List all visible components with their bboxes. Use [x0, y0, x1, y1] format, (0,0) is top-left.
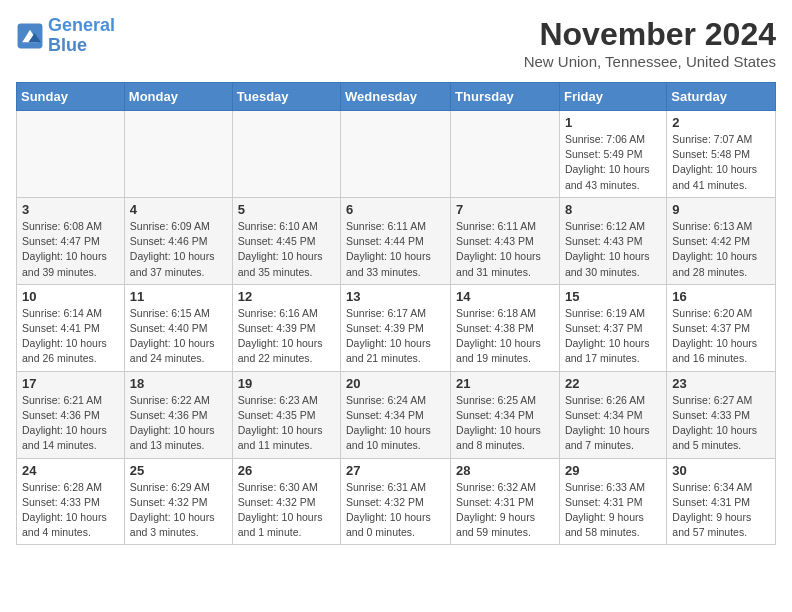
day-number: 30: [672, 463, 770, 478]
day-number: 28: [456, 463, 554, 478]
day-info: Sunrise: 6:24 AMSunset: 4:34 PMDaylight:…: [346, 393, 445, 454]
calendar-row: 10Sunrise: 6:14 AMSunset: 4:41 PMDayligh…: [17, 284, 776, 371]
logo-text: General Blue: [48, 16, 115, 56]
day-info: Sunrise: 7:06 AMSunset: 5:49 PMDaylight:…: [565, 132, 661, 193]
table-row: 7Sunrise: 6:11 AMSunset: 4:43 PMDaylight…: [451, 197, 560, 284]
table-row: 28Sunrise: 6:32 AMSunset: 4:31 PMDayligh…: [451, 458, 560, 545]
day-number: 18: [130, 376, 227, 391]
day-number: 21: [456, 376, 554, 391]
day-number: 25: [130, 463, 227, 478]
day-info: Sunrise: 6:17 AMSunset: 4:39 PMDaylight:…: [346, 306, 445, 367]
logo-icon: [16, 22, 44, 50]
day-info: Sunrise: 6:16 AMSunset: 4:39 PMDaylight:…: [238, 306, 335, 367]
table-row: 15Sunrise: 6:19 AMSunset: 4:37 PMDayligh…: [559, 284, 666, 371]
table-row: 22Sunrise: 6:26 AMSunset: 4:34 PMDayligh…: [559, 371, 666, 458]
col-friday: Friday: [559, 83, 666, 111]
day-info: Sunrise: 6:10 AMSunset: 4:45 PMDaylight:…: [238, 219, 335, 280]
day-number: 13: [346, 289, 445, 304]
day-number: 9: [672, 202, 770, 217]
day-info: Sunrise: 6:09 AMSunset: 4:46 PMDaylight:…: [130, 219, 227, 280]
calendar-row: 17Sunrise: 6:21 AMSunset: 4:36 PMDayligh…: [17, 371, 776, 458]
table-row: 12Sunrise: 6:16 AMSunset: 4:39 PMDayligh…: [232, 284, 340, 371]
col-wednesday: Wednesday: [341, 83, 451, 111]
page-header: General Blue November 2024 New Union, Te…: [16, 16, 776, 70]
table-row: 23Sunrise: 6:27 AMSunset: 4:33 PMDayligh…: [667, 371, 776, 458]
table-row: 29Sunrise: 6:33 AMSunset: 4:31 PMDayligh…: [559, 458, 666, 545]
day-number: 11: [130, 289, 227, 304]
day-info: Sunrise: 6:12 AMSunset: 4:43 PMDaylight:…: [565, 219, 661, 280]
table-row: 10Sunrise: 6:14 AMSunset: 4:41 PMDayligh…: [17, 284, 125, 371]
day-number: 29: [565, 463, 661, 478]
day-number: 16: [672, 289, 770, 304]
col-thursday: Thursday: [451, 83, 560, 111]
table-row: 1Sunrise: 7:06 AMSunset: 5:49 PMDaylight…: [559, 111, 666, 198]
col-saturday: Saturday: [667, 83, 776, 111]
day-number: 2: [672, 115, 770, 130]
table-row: 27Sunrise: 6:31 AMSunset: 4:32 PMDayligh…: [341, 458, 451, 545]
table-row: 11Sunrise: 6:15 AMSunset: 4:40 PMDayligh…: [124, 284, 232, 371]
table-row: 24Sunrise: 6:28 AMSunset: 4:33 PMDayligh…: [17, 458, 125, 545]
col-sunday: Sunday: [17, 83, 125, 111]
day-info: Sunrise: 6:29 AMSunset: 4:32 PMDaylight:…: [130, 480, 227, 541]
table-row: 6Sunrise: 6:11 AMSunset: 4:44 PMDaylight…: [341, 197, 451, 284]
table-row: [232, 111, 340, 198]
day-number: 17: [22, 376, 119, 391]
day-number: 6: [346, 202, 445, 217]
table-row: 21Sunrise: 6:25 AMSunset: 4:34 PMDayligh…: [451, 371, 560, 458]
day-number: 12: [238, 289, 335, 304]
day-info: Sunrise: 6:14 AMSunset: 4:41 PMDaylight:…: [22, 306, 119, 367]
day-info: Sunrise: 6:27 AMSunset: 4:33 PMDaylight:…: [672, 393, 770, 454]
day-info: Sunrise: 6:30 AMSunset: 4:32 PMDaylight:…: [238, 480, 335, 541]
table-row: 26Sunrise: 6:30 AMSunset: 4:32 PMDayligh…: [232, 458, 340, 545]
table-row: [124, 111, 232, 198]
day-number: 24: [22, 463, 119, 478]
calendar-row: 24Sunrise: 6:28 AMSunset: 4:33 PMDayligh…: [17, 458, 776, 545]
table-row: 3Sunrise: 6:08 AMSunset: 4:47 PMDaylight…: [17, 197, 125, 284]
table-row: 5Sunrise: 6:10 AMSunset: 4:45 PMDaylight…: [232, 197, 340, 284]
logo: General Blue: [16, 16, 115, 56]
day-number: 15: [565, 289, 661, 304]
day-info: Sunrise: 6:13 AMSunset: 4:42 PMDaylight:…: [672, 219, 770, 280]
table-row: 13Sunrise: 6:17 AMSunset: 4:39 PMDayligh…: [341, 284, 451, 371]
table-row: [451, 111, 560, 198]
day-info: Sunrise: 6:32 AMSunset: 4:31 PMDaylight:…: [456, 480, 554, 541]
day-info: Sunrise: 6:11 AMSunset: 4:43 PMDaylight:…: [456, 219, 554, 280]
day-number: 7: [456, 202, 554, 217]
table-row: 19Sunrise: 6:23 AMSunset: 4:35 PMDayligh…: [232, 371, 340, 458]
day-number: 4: [130, 202, 227, 217]
day-info: Sunrise: 6:26 AMSunset: 4:34 PMDaylight:…: [565, 393, 661, 454]
table-row: 9Sunrise: 6:13 AMSunset: 4:42 PMDaylight…: [667, 197, 776, 284]
day-info: Sunrise: 6:18 AMSunset: 4:38 PMDaylight:…: [456, 306, 554, 367]
calendar-table: Sunday Monday Tuesday Wednesday Thursday…: [16, 82, 776, 545]
day-info: Sunrise: 6:11 AMSunset: 4:44 PMDaylight:…: [346, 219, 445, 280]
table-row: [17, 111, 125, 198]
col-monday: Monday: [124, 83, 232, 111]
day-number: 22: [565, 376, 661, 391]
day-number: 19: [238, 376, 335, 391]
title-block: November 2024 New Union, Tennessee, Unit…: [524, 16, 776, 70]
day-number: 20: [346, 376, 445, 391]
day-number: 1: [565, 115, 661, 130]
day-info: Sunrise: 6:21 AMSunset: 4:36 PMDaylight:…: [22, 393, 119, 454]
day-number: 14: [456, 289, 554, 304]
header-row: Sunday Monday Tuesday Wednesday Thursday…: [17, 83, 776, 111]
day-number: 26: [238, 463, 335, 478]
day-info: Sunrise: 6:28 AMSunset: 4:33 PMDaylight:…: [22, 480, 119, 541]
day-info: Sunrise: 6:19 AMSunset: 4:37 PMDaylight:…: [565, 306, 661, 367]
day-number: 8: [565, 202, 661, 217]
day-number: 10: [22, 289, 119, 304]
day-number: 27: [346, 463, 445, 478]
day-info: Sunrise: 6:08 AMSunset: 4:47 PMDaylight:…: [22, 219, 119, 280]
table-row: 8Sunrise: 6:12 AMSunset: 4:43 PMDaylight…: [559, 197, 666, 284]
day-info: Sunrise: 6:33 AMSunset: 4:31 PMDaylight:…: [565, 480, 661, 541]
col-tuesday: Tuesday: [232, 83, 340, 111]
table-row: 30Sunrise: 6:34 AMSunset: 4:31 PMDayligh…: [667, 458, 776, 545]
day-info: Sunrise: 6:34 AMSunset: 4:31 PMDaylight:…: [672, 480, 770, 541]
table-row: 25Sunrise: 6:29 AMSunset: 4:32 PMDayligh…: [124, 458, 232, 545]
location: New Union, Tennessee, United States: [524, 53, 776, 70]
day-info: Sunrise: 6:20 AMSunset: 4:37 PMDaylight:…: [672, 306, 770, 367]
day-info: Sunrise: 6:15 AMSunset: 4:40 PMDaylight:…: [130, 306, 227, 367]
day-info: Sunrise: 6:23 AMSunset: 4:35 PMDaylight:…: [238, 393, 335, 454]
day-info: Sunrise: 6:31 AMSunset: 4:32 PMDaylight:…: [346, 480, 445, 541]
month-title: November 2024: [524, 16, 776, 53]
